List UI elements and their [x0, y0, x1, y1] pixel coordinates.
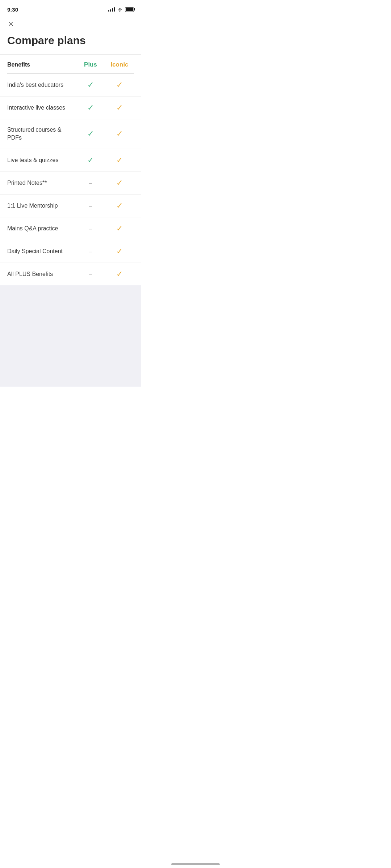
signal-icon [108, 7, 115, 12]
iconic-check-live: ✓ [105, 103, 134, 112]
benefit-label: Printed Notes** [7, 179, 76, 187]
plus-check-educators: ✓ [76, 80, 105, 90]
status-time: 9:30 [7, 7, 18, 13]
benefit-label: All PLUS Benefits [7, 270, 76, 278]
checkmark-orange-icon: ✓ [116, 129, 123, 138]
iconic-check-allplus: ✓ [105, 269, 134, 279]
row-mentorship: 1:1 Live Mentorship – ✓ [0, 195, 141, 217]
row-live-classes: Interactive live classes ✓ ✓ [0, 97, 141, 119]
status-bar: 9:30 [0, 0, 141, 16]
benefit-label: Structured courses & PDFs [7, 126, 76, 142]
iconic-check-educators: ✓ [105, 80, 134, 90]
iconic-check-notes: ✓ [105, 178, 134, 188]
benefit-label: Mains Q&A practice [7, 225, 76, 233]
header-iconic: Iconic [105, 61, 134, 68]
close-button[interactable] [0, 16, 141, 30]
iconic-check-tests: ✓ [105, 156, 134, 165]
row-mains-qa: Mains Q&A practice – ✓ [0, 217, 141, 240]
dash-icon: – [89, 271, 92, 278]
footer-bg [0, 285, 141, 387]
iconic-check-mentorship: ✓ [105, 201, 134, 210]
close-icon [7, 20, 14, 27]
iconic-check-courses: ✓ [105, 129, 134, 139]
benefit-label: Live tests & quizzes [7, 156, 76, 164]
table-header: Benefits Plus Iconic [0, 55, 141, 73]
plus-dash-daily: – [76, 247, 105, 255]
checkmark-orange-icon: ✓ [116, 247, 123, 256]
plus-dash-mains: – [76, 224, 105, 233]
dash-icon: – [89, 202, 92, 209]
status-icons [108, 7, 134, 12]
plus-check-courses: ✓ [76, 129, 105, 139]
header-plus: Plus [76, 61, 105, 68]
plus-check-live: ✓ [76, 103, 105, 112]
plus-check-tests: ✓ [76, 156, 105, 165]
dash-icon: – [89, 225, 92, 232]
iconic-check-daily: ✓ [105, 247, 134, 256]
dash-icon: – [89, 179, 92, 187]
checkmark-green-icon: ✓ [87, 80, 94, 89]
checkmark-orange-icon: ✓ [116, 269, 123, 278]
row-courses-pdfs: Structured courses & PDFs ✓ ✓ [0, 119, 141, 149]
wifi-icon [117, 7, 123, 12]
benefit-label: India's best educators [7, 81, 76, 89]
plus-dash-allplus: – [76, 270, 105, 278]
checkmark-orange-icon: ✓ [116, 156, 123, 165]
checkmark-orange-icon: ✓ [116, 80, 123, 89]
checkmark-green-icon: ✓ [87, 156, 94, 165]
benefit-label: Daily Special Content [7, 247, 76, 255]
dash-icon: – [89, 248, 92, 255]
row-all-plus: All PLUS Benefits – ✓ [0, 263, 141, 285]
page-title-section: Compare plans [0, 30, 141, 54]
checkmark-orange-icon: ✓ [116, 103, 123, 112]
row-india-educators: India's best educators ✓ ✓ [0, 74, 141, 97]
plus-dash-mentorship: – [76, 201, 105, 210]
benefit-label: Interactive live classes [7, 104, 76, 112]
checkmark-green-icon: ✓ [87, 129, 94, 138]
row-daily-content: Daily Special Content – ✓ [0, 240, 141, 263]
plus-dash-notes: – [76, 179, 105, 187]
page-title: Compare plans [7, 34, 134, 47]
checkmark-orange-icon: ✓ [116, 201, 123, 210]
battery-icon [125, 7, 134, 12]
checkmark-green-icon: ✓ [87, 103, 94, 112]
comparison-table: Benefits Plus Iconic India's best educat… [0, 55, 141, 285]
header-benefit: Benefits [7, 61, 76, 68]
benefit-label: 1:1 Live Mentorship [7, 202, 76, 210]
iconic-check-mains: ✓ [105, 224, 134, 233]
row-tests-quizzes: Live tests & quizzes ✓ ✓ [0, 149, 141, 172]
checkmark-orange-icon: ✓ [116, 178, 123, 187]
checkmark-orange-icon: ✓ [116, 224, 123, 233]
row-printed-notes: Printed Notes** – ✓ [0, 172, 141, 195]
